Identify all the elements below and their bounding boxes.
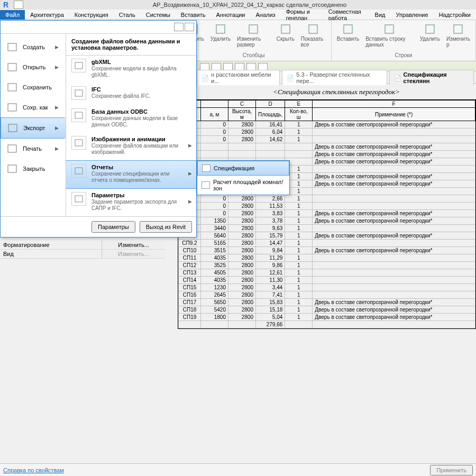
- options-button[interactable]: Параметры: [91, 221, 135, 233]
- file-save[interactable]: Сохранить: [1, 77, 66, 97]
- svg-rect-2: [249, 25, 258, 33]
- ob-icon-2[interactable]: [212, 63, 221, 70]
- file-close[interactable]: Закрыть: [1, 159, 66, 179]
- export-ifc[interactable]: IFCСохранение файла IFC.: [66, 83, 196, 105]
- ribbon-btn-изменить-р[interactable]: Изменить р: [443, 21, 473, 49]
- svg-rect-11: [8, 84, 16, 91]
- prop-edit-view: Изменить...: [102, 250, 165, 258]
- menu-конструкция[interactable]: Конструкция: [69, 10, 114, 20]
- table-row[interactable]: 0280016,411Дверь в составе светопрозрачн…: [179, 121, 475, 129]
- table-row[interactable]: СП9.15640280015,791Дверь в составе свето…: [179, 232, 475, 240]
- ribbon-btn-показать-все[interactable]: Показать все: [298, 21, 329, 49]
- menu-вставить[interactable]: Вставить: [176, 10, 211, 20]
- menu-управление[interactable]: Управление: [390, 10, 433, 20]
- exit-revit-button[interactable]: Выход из Revit: [140, 221, 192, 233]
- view-tab-2[interactable]: 📄5.3 - Развертки стеклянных пере...: [282, 70, 387, 85]
- ribbon-icon: [423, 22, 437, 36]
- table-row[interactable]: 0280011,531: [179, 203, 475, 210]
- export-reports[interactable]: ОтчетыСохранение спецификации или отчета…: [66, 160, 196, 189]
- qat-icon[interactable]: [14, 1, 23, 9]
- table-row[interactable]: СП15123028003,441: [179, 284, 475, 291]
- file-print[interactable]: Печать▶: [1, 139, 66, 159]
- property-help-link[interactable]: Справка по свойствам: [3, 467, 64, 473]
- table-row[interactable]: СП8344028009,631: [179, 225, 475, 232]
- ribbon-btn-удалить[interactable]: Удалить: [207, 21, 234, 43]
- svg-rect-16: [75, 62, 83, 69]
- file-menu-right: Создание файлов обмена данными и установ…: [66, 34, 196, 216]
- file-create[interactable]: Создать▶: [1, 37, 66, 57]
- table-row[interactable]: СП7.8135028003,781Дверь в составе светоп…: [179, 217, 475, 225]
- menu-архитектура[interactable]: Архитектура: [25, 10, 69, 20]
- export-odbc[interactable]: База данных ODBCСохранение данных модели…: [66, 105, 196, 133]
- ribbon-btn-удалить[interactable]: Удалить: [417, 21, 443, 43]
- ribbon-icon: [451, 22, 465, 36]
- export-reports-flyout: СпецификацияРасчет площадей комнат/зон: [197, 160, 290, 195]
- table-row[interactable]: Дверь в составе светопрозрачной перегоро…: [179, 143, 475, 151]
- ribbon-group-columns-label: Столбцы: [178, 52, 328, 60]
- ribbon-btn-изменить-размер[interactable]: Изменить размер: [234, 21, 273, 49]
- odbc-icon: [71, 108, 86, 122]
- ob-icon-1[interactable]: [200, 63, 209, 70]
- table-row[interactable]: СП12352528009,861: [179, 262, 475, 269]
- table-row[interactable]: СП9.25165280014,471: [179, 240, 475, 247]
- table-row[interactable]: СП134505280012,611: [179, 269, 475, 277]
- menu-анализ[interactable]: Анализ: [250, 10, 280, 20]
- table-row[interactable]: Дверь в составе светопрозрачной перегоро…: [179, 151, 475, 158]
- table-row[interactable]: СП114035280011,291: [179, 254, 475, 262]
- menu-файл[interactable]: Файл: [0, 10, 25, 20]
- table-row[interactable]: СП144035280011,301: [179, 277, 475, 284]
- table-row[interactable]: 0280014,621: [179, 136, 475, 143]
- table-row[interactable]: СП175650280015,831Дверь в составе светоп…: [179, 299, 475, 306]
- table-row[interactable]: СП19180028005,041Дверь в составе светопр…: [179, 314, 475, 321]
- reports-icon: [71, 164, 86, 178]
- file-export[interactable]: Экспорт▶: [1, 117, 66, 139]
- ribbon-btn-вставить[interactable]: Вставить: [334, 21, 362, 43]
- flyout-спецификация[interactable]: Спецификация: [197, 161, 289, 176]
- create-icon: [6, 41, 19, 53]
- apply-button[interactable]: Применить: [430, 465, 473, 475]
- menu-системы[interactable]: Системы: [141, 10, 176, 20]
- ribbon-group-rows: ВставитьВставить строку данныхУдалитьИзм…: [332, 20, 476, 61]
- ob-icon-6[interactable]: [258, 63, 268, 70]
- file-saveas[interactable]: Сохр. как▶: [1, 97, 66, 117]
- export-params[interactable]: ПараметрыЗадание параметров экспорта для…: [66, 189, 196, 216]
- svg-rect-5: [344, 25, 352, 33]
- menu-аннотации[interactable]: Аннотации: [211, 10, 251, 20]
- ribbon-icon: [382, 22, 397, 36]
- table-row[interactable]: 028006,041: [179, 129, 475, 136]
- ob-icon-5[interactable]: [246, 63, 256, 70]
- ribbon-btn-вставить-строку-данных[interactable]: Вставить строку данных: [362, 21, 417, 49]
- table-row[interactable]: СП10351528009,841Дверь в составе светопр…: [179, 247, 475, 254]
- table-row[interactable]: 028003,831Дверь в составе светопрозрачно…: [179, 210, 475, 217]
- chevron-right-icon: ▶: [55, 44, 59, 50]
- menu-сталь[interactable]: Сталь: [114, 10, 141, 20]
- menu-надстройки[interactable]: Надстройки: [434, 10, 476, 20]
- ribbon-btn-скрыть[interactable]: Скрыть: [273, 21, 298, 43]
- svg-rect-13: [8, 124, 17, 132]
- app-icon: R: [0, 0, 12, 10]
- flyout-расчет-площадей-комнат-зон[interactable]: Расчет площадей комнат/зон: [197, 176, 289, 195]
- saveas-icon: [6, 102, 19, 113]
- prop-edit-format[interactable]: Изменить...: [102, 241, 165, 249]
- params-icon: [71, 192, 86, 206]
- ob-icon-3[interactable]: [223, 63, 233, 70]
- chevron-right-icon: ▶: [55, 146, 59, 151]
- export-gbxml[interactable]: gbXMLСохранение модели в виде файла gbXM…: [66, 56, 196, 83]
- chevron-right-icon: ▶: [55, 105, 59, 110]
- table-row[interactable]: СП185420280015,181Дверь в составе светоп…: [179, 306, 475, 314]
- table-row[interactable]: СП16264528007,411: [179, 291, 475, 299]
- imganim-icon: [71, 136, 86, 150]
- svg-rect-1: [216, 25, 225, 33]
- table-row[interactable]: 028002,661: [179, 195, 475, 203]
- view-tab-1[interactable]: 📄н расстановки мебели и...: [197, 70, 280, 85]
- svg-rect-14: [8, 145, 16, 152]
- ob-icon-4[interactable]: [235, 63, 244, 70]
- file-open[interactable]: Открыть▶: [1, 57, 66, 77]
- recent-folder-icon[interactable]: [185, 23, 194, 31]
- svg-rect-6: [385, 25, 393, 33]
- view-tab-3[interactable]: 📄Спецификация стеклянн: [389, 70, 474, 85]
- title-bar: R АР_Воздвиженка_10_ХРАН_2022_04_12_карк…: [0, 0, 476, 10]
- recent-doc-icon[interactable]: [174, 23, 184, 31]
- export-imganim[interactable]: Изображения и анимацииСохранение файлов …: [66, 133, 196, 160]
- menu-вид[interactable]: Вид: [370, 10, 391, 20]
